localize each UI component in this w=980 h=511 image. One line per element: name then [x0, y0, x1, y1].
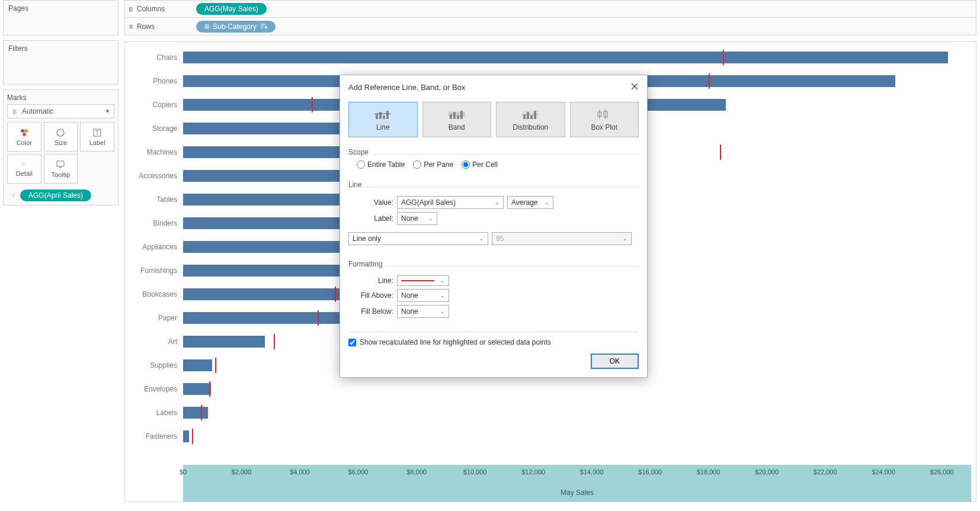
plus-icon: ⊞ [204, 23, 209, 30]
scope-per-cell[interactable]: Per Cell [462, 160, 498, 169]
svg-point-3 [57, 129, 64, 136]
type-band-button[interactable]: Band [422, 102, 492, 137]
svg-rect-14 [453, 112, 456, 119]
columns-shelf[interactable]: ⫼ Columns AGG(May Sales) [124, 0, 976, 18]
bar[interactable] [183, 359, 212, 371]
x-axis[interactable]: $0$2,000$4,000$6,000$8,000$10,000$12,000… [183, 465, 971, 502]
detail-button[interactable]: ⁘ Detail [7, 154, 41, 184]
x-tick-label: $12,000 [521, 468, 545, 475]
svg-rect-16 [460, 111, 463, 119]
band-chart-icon [449, 108, 465, 120]
line-only-select[interactable]: Line only⌄ [348, 232, 488, 245]
type-line-button[interactable]: Line [348, 102, 418, 137]
chevron-down-icon: ⌄ [479, 236, 484, 242]
label-label: Label: [357, 214, 393, 223]
svg-point-2 [23, 133, 26, 136]
type-boxplot-button[interactable]: Box Plot [570, 102, 639, 137]
value-field-select[interactable]: AGG(April Sales)⌄ [397, 196, 504, 209]
bar-category-label: Paper [124, 314, 177, 322]
bar-row: Envelopes [183, 383, 971, 395]
distribution-chart-icon [522, 108, 539, 120]
bar[interactable] [183, 52, 948, 63]
svg-rect-21 [527, 112, 529, 119]
formatting-section: Formatting [348, 256, 639, 266]
fill-above-label: Fill Above: [357, 291, 393, 300]
bar-category-label: Machines [124, 148, 177, 156]
bar[interactable] [183, 407, 208, 419]
bar-category-label: Copiers [124, 101, 177, 109]
svg-rect-7 [376, 114, 378, 119]
reference-line-marker [318, 310, 319, 326]
label-select[interactable]: None⌄ [397, 212, 437, 225]
color-button[interactable]: Color [7, 122, 41, 152]
boxplot-icon [596, 108, 613, 120]
pages-label: Pages [8, 4, 113, 12]
value-agg-select[interactable]: Average⌄ [507, 196, 553, 209]
x-tick-label: $6,000 [348, 468, 369, 475]
bar[interactable] [183, 383, 211, 395]
x-tick-label: $16,000 [638, 468, 662, 475]
reference-line-marker [723, 50, 724, 65]
close-button[interactable] [630, 81, 639, 94]
bar-row: Chairs [183, 52, 971, 63]
bar[interactable] [183, 430, 189, 442]
size-icon [56, 128, 65, 137]
fill-above-select[interactable]: None⌄ [397, 289, 449, 302]
x-tick-label: $10,000 [463, 468, 487, 475]
columns-pill[interactable]: AGG(May Sales) [196, 3, 267, 15]
svg-rect-23 [534, 111, 536, 119]
rows-pill[interactable]: ⊞ Sub-Category [196, 21, 276, 33]
line-style-select[interactable]: ⌄ [397, 275, 449, 286]
line-preview [401, 280, 434, 281]
scope-entire-table[interactable]: Entire Table [357, 160, 405, 169]
chevron-down-icon: ⌄ [428, 216, 433, 221]
bar-category-label: Binders [124, 219, 177, 227]
chevron-down-icon: ⌄ [440, 293, 445, 298]
bar-category-label: Furnishings [124, 266, 177, 275]
size-button[interactable]: Size [44, 122, 78, 152]
fill-below-select[interactable]: None⌄ [397, 305, 449, 318]
bar-category-label: Appliances [124, 243, 177, 251]
ok-button[interactable]: OK [591, 353, 639, 369]
svg-rect-8 [379, 112, 382, 119]
svg-rect-22 [530, 115, 533, 119]
x-tick-label: $24,000 [872, 468, 895, 475]
x-tick-label: $14,000 [580, 468, 604, 475]
reference-line-marker [274, 334, 275, 349]
label-icon: T [92, 128, 102, 137]
reference-line-marker [201, 405, 202, 420]
svg-rect-20 [523, 114, 526, 119]
x-tick-label: $20,000 [755, 468, 779, 475]
rows-label: Rows [137, 23, 196, 31]
rows-icon: ≡ [125, 23, 137, 31]
chevron-down-icon: ⌄ [545, 200, 549, 205]
confidence-select: 95⌄ [492, 232, 632, 245]
tooltip-icon [56, 160, 65, 169]
bar[interactable] [183, 336, 265, 348]
bar-category-label: Tables [124, 195, 177, 204]
bar-category-label: Accessories [124, 172, 177, 180]
reference-line-dialog: Add Reference Line, Band, or Box Line Ba… [340, 75, 648, 378]
scope-per-pane[interactable]: Per Pane [413, 160, 453, 169]
recalc-checkbox[interactable] [348, 339, 356, 346]
svg-point-1 [24, 129, 28, 133]
rows-shelf[interactable]: ≡ Rows ⊞ Sub-Category [124, 18, 976, 36]
tooltip-button[interactable]: Tooltip [44, 154, 78, 184]
marks-panel: Marks ⫼ Automatic ▼ Color Size T Label ⁘ [3, 89, 119, 205]
reference-line-marker [209, 381, 210, 397]
label-button[interactable]: T Label [80, 122, 114, 152]
reference-line-marker [335, 287, 336, 302]
detail-dots-icon: ⁘ [11, 192, 17, 200]
reference-line-marker [192, 429, 193, 444]
chevron-down-icon: ▼ [105, 108, 110, 114]
chevron-down-icon: ⌄ [440, 278, 445, 284]
x-tick-label: $8,000 [406, 468, 427, 475]
bar-category-label: Bookcases [124, 290, 177, 298]
recalc-label: Show recalculated line for highlighted o… [360, 338, 551, 346]
marks-type-select[interactable]: ⫼ Automatic ▼ [7, 104, 114, 118]
chevron-down-icon: ⌄ [623, 236, 627, 242]
type-distribution-button[interactable]: Distribution [496, 102, 565, 137]
filters-label: Filters [8, 44, 113, 53]
x-tick-label: $0 [180, 468, 187, 475]
april-sales-pill[interactable]: AGG(April Sales) [20, 189, 91, 201]
